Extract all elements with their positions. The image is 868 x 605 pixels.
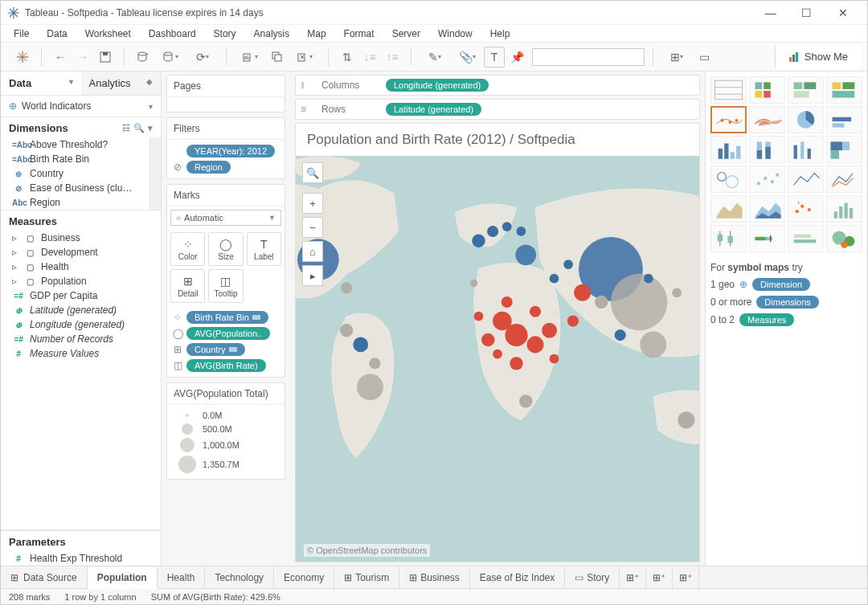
measure-field[interactable]: =#Number of Records [1, 332, 161, 346]
show-labels-button[interactable]: T [484, 47, 505, 67]
menu-map[interactable]: Map [301, 27, 332, 41]
mark-color-button[interactable]: ⁘Color [170, 232, 205, 266]
sidebar-tab-data[interactable]: Data▾ [1, 72, 81, 95]
map-zoom-in-button[interactable]: + [302, 193, 323, 214]
highlight-button[interactable]: ✎▾ [420, 47, 450, 67]
swap-button[interactable]: ⇅ [337, 47, 358, 67]
menu-window[interactable]: Window [432, 27, 479, 41]
new-data-source-button[interactable]: + [133, 47, 154, 67]
measure-folder[interactable]: ▢Health [1, 260, 161, 274]
show-me-thumb[interactable] [826, 225, 862, 252]
measure-field[interactable]: ⊕Longitude (generated) [1, 317, 161, 332]
window-min-button[interactable]: — [752, 1, 788, 25]
show-me-thumb[interactable] [826, 195, 862, 223]
sidebar-scrollbar[interactable] [149, 137, 161, 210]
redo-button[interactable]: → [72, 47, 93, 67]
mark-pill[interactable]: Country [186, 343, 245, 356]
show-me-thumb[interactable] [788, 225, 824, 252]
columns-shelf[interactable]: ⦀ Columns Longitude (generated) [295, 75, 700, 96]
menu-analysis[interactable]: Analysis [248, 27, 297, 41]
clear-button[interactable]: ▾ [289, 47, 320, 67]
dimension-field[interactable]: AbcRegion [1, 195, 149, 210]
fit-button[interactable]: ⊞▾ [661, 47, 692, 67]
menu-help[interactable]: Help [484, 27, 517, 41]
columns-pill[interactable]: Longitude (generated) [386, 79, 489, 92]
measure-field[interactable]: ⊕Latitude (generated) [1, 303, 161, 317]
sheet-tab[interactable]: Technology [205, 566, 274, 588]
sheet-tab[interactable]: ▭Story [565, 566, 620, 588]
menu-format[interactable]: Format [338, 27, 381, 41]
show-me-thumb[interactable] [710, 195, 747, 223]
mark-size-button[interactable]: ◯Size [208, 232, 243, 266]
new-dashboard-button[interactable]: ⊞⁺ [646, 566, 673, 588]
viz-title[interactable]: Population and Birth Rate (2012) / Softp… [296, 124, 699, 156]
show-me-thumb[interactable] [788, 106, 824, 133]
new-worksheet-button[interactable]: ⊞⁺ [620, 566, 646, 588]
show-me-thumb[interactable] [710, 225, 747, 252]
sheet-tab[interactable]: ⊞Tourism [334, 566, 399, 588]
pages-shelf[interactable]: Pages [166, 75, 285, 112]
show-me-thumb[interactable] [710, 166, 747, 193]
map-view[interactable]: 🔍 + − ⌂ ▸ [296, 156, 699, 562]
show-me-thumb[interactable] [826, 106, 862, 133]
measure-folder[interactable]: ▢Population [1, 274, 161, 288]
menu-server[interactable]: Server [386, 27, 427, 41]
sort-desc-button[interactable]: ↑≡ [382, 47, 403, 67]
new-story-button[interactable]: ⊞⁺ [673, 566, 699, 588]
dimension-field[interactable]: ⊕Country [1, 166, 149, 181]
show-me-thumb[interactable] [749, 195, 785, 223]
measure-field[interactable]: =#GDP per Capita [1, 288, 161, 303]
mark-detail-button[interactable]: ⊞Detail [170, 269, 205, 303]
sheet-tab[interactable]: Economy [274, 566, 334, 588]
mark-pill[interactable]: AVG(Population.. [186, 327, 270, 340]
duplicate-button[interactable] [267, 47, 288, 67]
dimension-field[interactable]: =AbcAbove Threshold? [1, 137, 149, 152]
search-input[interactable] [532, 48, 645, 66]
map-tools-button[interactable]: ▸ [302, 265, 323, 286]
undo-button[interactable]: ← [50, 47, 71, 67]
sheet-tab[interactable]: ⊞Business [399, 566, 470, 588]
view-toggle-icon[interactable]: ☷ [122, 123, 130, 133]
dimension-field[interactable]: ⊘Ease of Business (clu… [1, 181, 149, 195]
menu-file[interactable]: File [7, 27, 35, 41]
window-close-button[interactable]: ✕ [825, 1, 861, 25]
mark-tooltip-button[interactable]: ◫Tooltip [208, 269, 243, 303]
search-fields-icon[interactable]: 🔍 [133, 123, 145, 133]
measure-folder[interactable]: ▢Development [1, 245, 161, 260]
presentation-button[interactable]: ▭ [694, 47, 714, 67]
mark-label-button[interactable]: TLabel [247, 232, 281, 266]
window-max-button[interactable]: ☐ [788, 1, 825, 25]
pause-auto-updates-button[interactable]: ▾ [155, 47, 186, 67]
marks-type-select[interactable]: ○Automatic▼ [170, 210, 281, 226]
dimension-field[interactable]: =AbcBirth Rate Bin [1, 152, 149, 166]
fields-menu-icon[interactable]: ▾ [148, 123, 153, 133]
group-button[interactable]: 📎▾ [452, 47, 482, 67]
show-me-thumb[interactable] [826, 76, 862, 104]
mark-pill[interactable]: Birth Rate Bin [186, 311, 268, 324]
sheet-tab[interactable]: Ease of Biz Index [470, 566, 565, 588]
sidebar-tab-analytics[interactable]: Analytics◆ [81, 72, 162, 95]
show-me-thumb[interactable] [749, 76, 785, 104]
show-me-thumb[interactable] [749, 106, 785, 133]
map-home-button[interactable]: ⌂ [302, 241, 323, 262]
show-me-tab[interactable]: Show Me [775, 46, 861, 69]
show-me-thumb[interactable] [788, 76, 824, 104]
show-me-thumb[interactable] [788, 136, 824, 163]
data-source-selector[interactable]: ⊕ World Indicators ▾ [1, 96, 161, 117]
measure-field[interactable]: #Measure Values [1, 346, 161, 361]
menu-dashboard[interactable]: Dashboard [142, 27, 203, 41]
sheet-tab[interactable]: Health [158, 566, 206, 588]
show-me-thumb[interactable] [749, 136, 785, 163]
map-search-button[interactable]: 🔍 [302, 162, 323, 183]
filters-shelf[interactable]: Filters YEAR(Year): 2012⊘Region [166, 117, 285, 179]
mark-pill[interactable]: AVG(Birth Rate) [186, 359, 266, 372]
show-me-thumb[interactable]: + [788, 195, 824, 223]
new-worksheet-button[interactable]: ▾ [235, 47, 265, 67]
rows-pill[interactable]: Latitude (generated) [386, 103, 481, 116]
sheet-tab[interactable]: ⊞Data Source [1, 566, 88, 588]
measure-folder[interactable]: ▢Business [1, 231, 161, 245]
menu-worksheet[interactable]: Worksheet [79, 27, 137, 41]
map-zoom-out-button[interactable]: − [302, 217, 323, 238]
refresh-button[interactable]: ⟳ ▾ [187, 47, 218, 67]
rows-shelf[interactable]: ≡ Rows Latitude (generated) [295, 99, 700, 120]
